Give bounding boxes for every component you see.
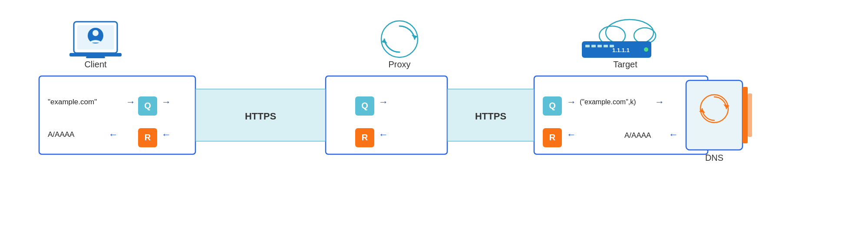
svg-rect-5 xyxy=(86,56,105,58)
svg-text:Q: Q xyxy=(361,101,368,110)
dns-tab-1 xyxy=(743,87,748,143)
svg-rect-14 xyxy=(591,45,596,47)
proxy-label: Proxy xyxy=(388,60,410,69)
client-query-label: "example.com" xyxy=(48,98,97,106)
target-to-dns-q-arrow: → xyxy=(567,96,576,107)
query-to-dns-arrow: → xyxy=(655,96,664,107)
svg-rect-4 xyxy=(69,53,122,56)
svg-point-3 xyxy=(92,30,99,36)
svg-text:R: R xyxy=(144,133,151,142)
svg-rect-13 xyxy=(585,45,590,47)
proxy-to-tunnel2-q-arrow: → xyxy=(379,96,388,107)
client-response-arrow: ← xyxy=(109,129,118,140)
svg-rect-15 xyxy=(597,45,602,47)
https-label-1: HTTPS xyxy=(244,111,276,122)
client-query-arrow: → xyxy=(126,96,135,107)
svg-text:1.1.1.1: 1.1.1.1 xyxy=(612,47,630,53)
proxy-box xyxy=(326,76,447,154)
svg-text:Q: Q xyxy=(549,101,556,110)
target-query-label: ("example.com",k) xyxy=(580,98,636,106)
svg-text:Q: Q xyxy=(144,101,151,110)
target-icon: 1.1.1.1 xyxy=(582,20,656,58)
main-svg: Client Proxy 1.1.1.1 xyxy=(22,13,847,239)
dns-to-response-arrow: ← xyxy=(669,129,678,140)
proxy-icon xyxy=(381,21,418,57)
client-response-label: A/AAAA xyxy=(48,130,75,139)
dns-box xyxy=(686,80,743,150)
svg-text:R: R xyxy=(361,133,368,142)
https-label-2: HTTPS xyxy=(475,111,506,122)
client-box xyxy=(39,76,195,154)
dns-to-target-r-arrow: ← xyxy=(567,129,576,140)
client-to-tunnel-q-arrow: → xyxy=(162,96,171,107)
client-label: Client xyxy=(84,60,107,69)
dns-label: DNS xyxy=(705,153,723,162)
target-response-label: A/AAAA xyxy=(624,131,651,139)
dns-tab-2 xyxy=(748,93,752,137)
target-label: Target xyxy=(613,60,637,69)
svg-point-19 xyxy=(644,47,648,52)
diagram: Client Proxy 1.1.1.1 xyxy=(22,13,847,239)
client-icon xyxy=(69,22,122,58)
tunnel2-to-proxy-r-arrow: ← xyxy=(379,129,388,140)
svg-text:R: R xyxy=(549,133,555,142)
svg-rect-16 xyxy=(604,45,608,47)
tunnel-to-client-r-arrow: ← xyxy=(162,129,171,140)
